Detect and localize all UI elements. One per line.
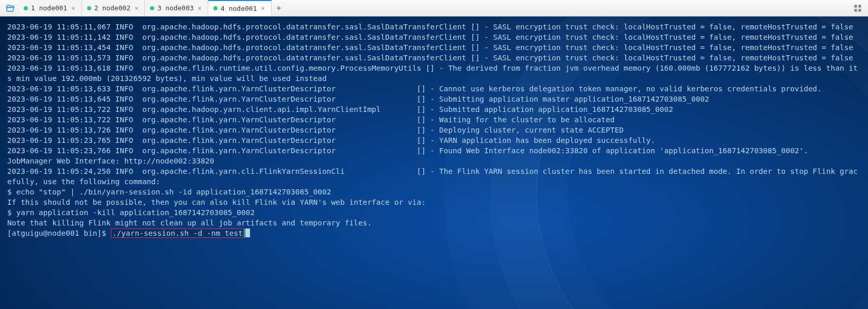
tab-label: 2 node002 [94, 4, 130, 12]
log-line: 2023-06-19 11:05:11,067 INFO org.apache.… [7, 22, 861, 32]
open-folder-button[interactable] [2, 0, 19, 16]
close-tab-button[interactable]: × [70, 5, 76, 12]
tab-label: 4 node001 [221, 5, 257, 12]
log-line: 2023-06-19 11:05:13,645 INFO org.apache.… [7, 94, 861, 104]
add-tab-button[interactable]: + [272, 0, 286, 16]
log-line: If this should not be possible, then you… [7, 197, 861, 207]
log-line: 2023-06-19 11:05:11,142 INFO org.apache.… [7, 32, 861, 42]
prompt-prefix: [atguigu@node001 bin]$ [7, 229, 111, 237]
log-line: 2023-06-19 11:05:23,766 INFO org.apache.… [7, 145, 861, 156]
log-line: 2023-06-19 11:05:13,722 INFO org.apache.… [7, 115, 861, 125]
layout-grid-button[interactable] [849, 0, 866, 16]
tab-label: 1 node001 [31, 4, 67, 12]
log-line: 2023-06-19 11:05:13,618 INFO org.apache.… [7, 63, 861, 84]
close-tab-button[interactable]: × [133, 5, 139, 12]
log-line: Note that killing Flink might not clean … [7, 218, 861, 228]
terminal-output[interactable]: 2023-06-19 11:05:11,067 INFO org.apache.… [0, 17, 868, 309]
prompt-line: [atguigu@node001 bin]$ ./yarn-session.sh… [7, 228, 861, 238]
status-dot-icon [24, 6, 28, 10]
log-line: 2023-06-19 11:05:13,726 INFO org.apache.… [7, 125, 861, 135]
svg-rect-1 [858, 5, 861, 7]
status-dot-icon [87, 6, 91, 10]
svg-rect-0 [854, 5, 857, 7]
svg-rect-2 [854, 9, 857, 11]
log-line: 2023-06-19 11:05:24,250 INFO org.apache.… [7, 166, 861, 187]
tab-1-node001[interactable]: 1 node001 × [19, 0, 82, 16]
log-line: 2023-06-19 11:05:13,722 INFO org.apache.… [7, 104, 861, 115]
log-line: $ echo "stop" | ./bin/yarn-session.sh -i… [7, 187, 861, 197]
tab-4-node001[interactable]: 4 node001 × [208, 0, 272, 16]
tab-bar: 1 node001 × 2 node002 × 3 node003 × 4 no… [0, 0, 868, 17]
status-dot-icon [213, 6, 218, 10]
log-line: 2023-06-19 11:05:13,573 INFO org.apache.… [7, 53, 861, 63]
svg-rect-3 [858, 9, 861, 11]
log-line: 2023-06-19 11:05:13,454 INFO org.apache.… [7, 42, 861, 53]
cursor-icon [245, 229, 250, 237]
close-tab-button[interactable]: × [260, 5, 266, 12]
log-line: JobManager Web Interface: http://node002… [7, 156, 861, 166]
close-tab-button[interactable]: × [197, 5, 203, 12]
tab-2-node002[interactable]: 2 node002 × [82, 0, 145, 16]
log-line: 2023-06-19 11:05:13,633 INFO org.apache.… [7, 84, 861, 94]
tab-3-node003[interactable]: 3 node003 × [145, 0, 208, 16]
log-line: 2023-06-19 11:05:23,765 INFO org.apache.… [7, 135, 861, 145]
prompt-command: ./yarn-session.sh -d -nm test [111, 229, 245, 238]
log-line: $ yarn application -kill application_168… [7, 207, 861, 218]
tab-label: 3 node003 [157, 4, 193, 12]
status-dot-icon [150, 6, 154, 10]
